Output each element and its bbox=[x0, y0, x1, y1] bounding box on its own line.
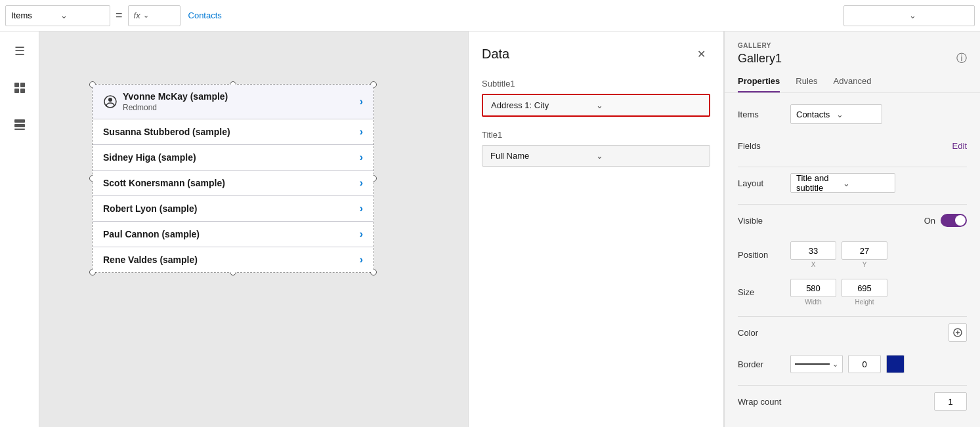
items-prop-label: Items bbox=[738, 110, 790, 119]
items-dropdown[interactable]: Items ⌄ bbox=[5, 5, 110, 26]
gallery-item[interactable]: Scott Konersmann (sample) › bbox=[93, 171, 373, 196]
gallery-chevron-5: › bbox=[360, 228, 363, 240]
border-line-preview bbox=[795, 363, 830, 365]
gallery-item-title-0: Yvonne McKay (sample) bbox=[123, 91, 360, 102]
gallery-item-title-2: Sidney Higa (sample) bbox=[103, 152, 360, 163]
position-prop-value: X Y bbox=[790, 241, 967, 268]
position-y-input[interactable] bbox=[842, 241, 887, 260]
prop-row-size: Size Width Height bbox=[738, 279, 967, 306]
subtitle1-label: Subtitle1 bbox=[482, 79, 710, 89]
data-panel-title: Data bbox=[482, 47, 509, 62]
items-dropdown-label: Items bbox=[11, 10, 55, 20]
data-panel-close-button[interactable]: ✕ bbox=[692, 45, 710, 63]
border-style-chevron: ⌄ bbox=[832, 360, 838, 369]
subtitle1-dropdown[interactable]: Address 1: City ⌄ bbox=[482, 94, 710, 117]
wrap-count-prop-label: Wrap count bbox=[738, 397, 803, 407]
svg-rect-2 bbox=[14, 89, 19, 93]
title1-dropdown[interactable]: Full Name ⌄ bbox=[482, 145, 710, 167]
wrap-count-input[interactable] bbox=[934, 392, 967, 411]
title1-value: Full Name bbox=[490, 151, 596, 161]
panel-tabs: Properties Rules Advanced bbox=[725, 71, 980, 93]
help-icon[interactable]: ⓘ bbox=[956, 52, 967, 66]
data-panel-header: Data ✕ bbox=[482, 45, 710, 63]
prop-row-fields: Fields Edit bbox=[738, 135, 967, 156]
gallery-item-title-4: Robert Lyon (sample) bbox=[103, 203, 360, 214]
gallery-item-title-3: Scott Konersmann (sample) bbox=[103, 178, 360, 188]
border-style-dropdown[interactable]: ⌄ bbox=[790, 355, 843, 373]
border-prop-value: ⌄ bbox=[790, 355, 967, 373]
tab-advanced[interactable]: Advanced bbox=[834, 71, 872, 92]
svg-rect-6 bbox=[14, 129, 25, 130]
subtitle1-value: Address 1: City bbox=[491, 100, 596, 110]
fx-bar[interactable]: fx ⌄ bbox=[128, 5, 181, 26]
grid-icon[interactable] bbox=[8, 113, 32, 136]
title1-chevron: ⌄ bbox=[596, 151, 702, 161]
equals-sign: = bbox=[113, 9, 125, 22]
divider-4 bbox=[738, 385, 967, 386]
properties-panel: GALLERY Gallery1 ⓘ Properties Rules Adva… bbox=[724, 31, 980, 427]
size-prop-value: Width Height bbox=[790, 279, 967, 306]
gallery-item[interactable]: Robert Lyon (sample) › bbox=[93, 196, 373, 222]
svg-rect-0 bbox=[14, 83, 19, 87]
color-prop-value bbox=[790, 323, 967, 342]
gallery-item-text: Scott Konersmann (sample) bbox=[103, 178, 360, 188]
fx-label: fx bbox=[134, 10, 140, 20]
visible-toggle: On bbox=[924, 214, 967, 227]
position-x-label: X bbox=[811, 261, 816, 268]
gallery-name: Gallery1 bbox=[738, 52, 782, 66]
main-area: ☰ bbox=[0, 31, 980, 427]
gallery-chevron-2: › bbox=[360, 152, 363, 163]
border-prop-label: Border bbox=[738, 359, 790, 369]
gallery-item[interactable]: Paul Cannon (sample) › bbox=[93, 222, 373, 247]
gallery-chevron-6: › bbox=[360, 254, 363, 266]
gallery-item[interactable]: Rene Valdes (sample) › bbox=[93, 247, 373, 272]
items-dropdown-chevron: ⌄ bbox=[60, 10, 104, 20]
gallery-item[interactable]: Sidney Higa (sample) › bbox=[93, 145, 373, 171]
gallery-item-text: Rene Valdes (sample) bbox=[103, 254, 360, 265]
hamburger-icon[interactable]: ☰ bbox=[8, 39, 32, 63]
subtitle1-chevron: ⌄ bbox=[596, 100, 701, 110]
data-panel: Data ✕ Subtitle1 Address 1: City ⌄ Title… bbox=[468, 31, 724, 427]
fields-prop-value: Edit bbox=[790, 141, 967, 151]
size-width-group: Width bbox=[790, 279, 836, 306]
size-width-input[interactable] bbox=[790, 279, 836, 297]
title1-label: Title1 bbox=[482, 130, 710, 140]
prop-row-visible: Visible On bbox=[738, 210, 967, 231]
gallery-item-text: Robert Lyon (sample) bbox=[103, 203, 360, 214]
size-prop-label: Size bbox=[738, 287, 790, 297]
prop-row-items: Items Contacts ⌄ bbox=[738, 104, 967, 125]
gallery-item[interactable]: Susanna Stubberod (sample) › bbox=[93, 119, 373, 145]
title1-group: Title1 Full Name ⌄ bbox=[482, 130, 710, 167]
border-color-box[interactable] bbox=[886, 355, 905, 373]
gallery-item[interactable]: Yvonne McKay (sample) Redmond › bbox=[93, 85, 373, 119]
items-prop-dropdown[interactable]: Contacts ⌄ bbox=[790, 104, 882, 124]
items-prop-value: Contacts ⌄ bbox=[790, 104, 967, 124]
gallery-item-text: Sidney Higa (sample) bbox=[103, 152, 360, 163]
prop-row-layout: Layout Title and subtitle ⌄ bbox=[738, 173, 967, 193]
prop-row-position: Position X Y bbox=[738, 241, 967, 268]
top-bar: Items ⌄ = fx ⌄ Contacts ⌄ bbox=[0, 0, 980, 31]
fields-edit-link[interactable]: Edit bbox=[952, 141, 967, 151]
size-height-label: Height bbox=[855, 298, 874, 306]
svg-rect-1 bbox=[20, 83, 25, 87]
visible-toggle-switch[interactable] bbox=[941, 214, 967, 227]
divider-3 bbox=[738, 316, 967, 317]
tab-rules[interactable]: Rules bbox=[796, 71, 817, 92]
svg-rect-5 bbox=[14, 124, 25, 127]
border-width-input[interactable] bbox=[848, 355, 881, 373]
color-picker-button[interactable] bbox=[948, 323, 967, 342]
position-x-input[interactable] bbox=[790, 241, 836, 260]
layout-prop-dropdown[interactable]: Title and subtitle ⌄ bbox=[790, 173, 895, 193]
size-height-group: Height bbox=[842, 279, 887, 306]
gallery-chevron-3: › bbox=[360, 177, 363, 189]
size-height-input[interactable] bbox=[842, 279, 887, 297]
wrap-count-prop-value bbox=[803, 392, 967, 411]
top-bar-right-dropdown[interactable]: ⌄ bbox=[843, 5, 975, 26]
tab-properties[interactable]: Properties bbox=[738, 71, 780, 92]
position-y-group: Y bbox=[842, 241, 887, 268]
layers-icon[interactable] bbox=[8, 76, 32, 100]
gallery-items: Yvonne McKay (sample) Redmond › Susanna … bbox=[93, 85, 373, 272]
subtitle1-group: Subtitle1 Address 1: City ⌄ bbox=[482, 79, 710, 117]
gallery-item-title-1: Susanna Stubberod (sample) bbox=[103, 127, 360, 137]
position-x-group: X bbox=[790, 241, 836, 268]
